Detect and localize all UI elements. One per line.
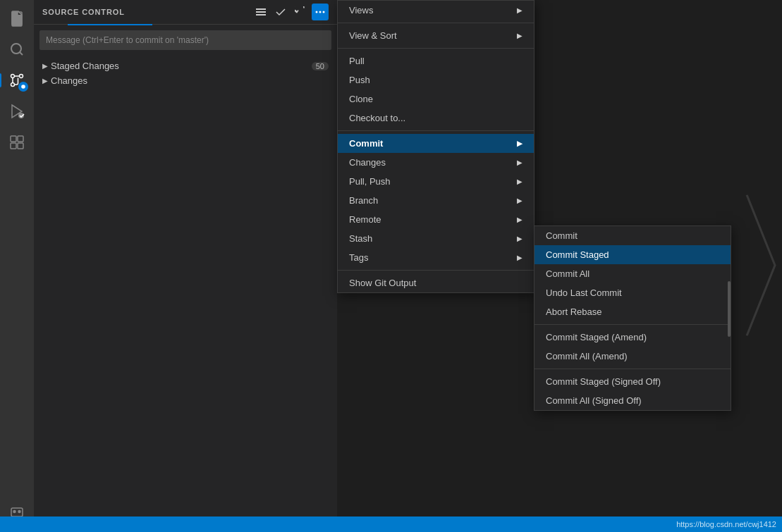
extensions-icon[interactable]: [4, 130, 30, 155]
svg-point-17: [319, 11, 322, 13]
submenu-item-commit-staged[interactable]: Commit Staged: [534, 245, 731, 264]
changes-chevron: ▶: [517, 159, 523, 166]
menu-item-pull[interactable]: Pull: [338, 51, 534, 70]
staged-changes-badge: 50: [312, 62, 329, 70]
menu-item-clone[interactable]: Clone: [338, 89, 534, 109]
more-actions-icon[interactable]: [312, 4, 329, 20]
staged-changes-label: Staged Changes: [51, 61, 119, 71]
submenu-scrollbar-thumb: [728, 281, 731, 336]
submenu-item-commit-all-signed[interactable]: Commit All (Signed Off): [534, 391, 731, 410]
commit-message-input[interactable]: [39, 30, 331, 50]
separator-3: [338, 130, 534, 131]
separator-2: [338, 48, 534, 49]
menu-item-checkout[interactable]: Checkout to...: [338, 109, 534, 128]
menu-item-pull-push[interactable]: Pull, Push ▶: [338, 172, 534, 191]
svg-point-14: [13, 511, 16, 513]
submenu-item-commit-all-amend[interactable]: Commit All (Amend): [534, 347, 731, 366]
menu-item-stash[interactable]: Stash ▶: [338, 229, 534, 248]
activity-bar: [0, 0, 34, 532]
panel-title: SOURCE CONTROL: [42, 8, 252, 16]
commit-chevron: ▶: [517, 140, 523, 147]
stash-chevron: ▶: [517, 235, 523, 242]
changes-item[interactable]: ▶ Changes: [34, 73, 337, 88]
view-sort-chevron: ▶: [517, 32, 523, 39]
explorer-icon[interactable]: [4, 6, 30, 31]
remote-chevron: ▶: [517, 216, 523, 223]
source-control-panel: SOURCE CONTROL: [34, 0, 337, 532]
svg-rect-11: [11, 143, 16, 149]
staged-chevron: ▶: [42, 62, 48, 70]
svg-rect-12: [18, 143, 23, 149]
changes-chevron: ▶: [42, 77, 48, 85]
menu-item-changes[interactable]: Changes ▶: [338, 153, 534, 172]
staged-changes-item[interactable]: ▶ Staged Changes 50: [34, 58, 337, 73]
svg-point-6: [21, 85, 25, 89]
submenu-item-commit-all[interactable]: Commit All: [534, 264, 731, 283]
submenu-item-abort-rebase[interactable]: Abort Rebase: [534, 302, 731, 321]
menu-item-push[interactable]: Push: [338, 70, 534, 89]
menu-item-show-git-output[interactable]: Show Git Output: [338, 273, 534, 292]
svg-rect-10: [18, 136, 23, 142]
separator-4: [338, 270, 534, 271]
svg-point-1: [11, 44, 21, 54]
svg-point-4: [11, 83, 15, 87]
separator-1: [338, 23, 534, 23]
menu-item-remote[interactable]: Remote ▶: [338, 210, 534, 229]
menu-item-branch[interactable]: Branch ▶: [338, 191, 534, 210]
svg-rect-13: [11, 508, 23, 516]
svg-rect-9: [11, 136, 16, 142]
main-context-menu: Views ▶ View & Sort ▶ Pull Push Clone Ch…: [337, 0, 534, 293]
submenu-separator-1: [534, 324, 731, 325]
source-control-icon[interactable]: [4, 68, 30, 93]
svg-point-16: [316, 11, 318, 13]
changes-label: Changes: [51, 75, 87, 86]
status-bar: https://blog.csdn.net/cwj1412: [0, 516, 782, 532]
source-control-badge: [18, 82, 28, 92]
submenu-item-commit[interactable]: Commit: [534, 226, 731, 245]
svg-point-2: [11, 75, 15, 78]
svg-point-3: [20, 75, 23, 78]
menu-item-views[interactable]: Views ▶: [338, 1, 534, 20]
submenu-scrollbar[interactable]: [726, 226, 731, 410]
submenu-item-commit-staged-signed[interactable]: Commit Staged (Signed Off): [534, 372, 731, 391]
panel-title-underline: [68, 24, 152, 25]
branch-chevron: ▶: [517, 197, 523, 204]
menu-item-tags[interactable]: Tags ▶: [338, 248, 534, 267]
status-url: https://blog.csdn.net/cwj1412: [676, 520, 776, 528]
commit-submenu: Commit Commit Staged Commit All Undo Las…: [534, 225, 731, 411]
views-chevron: ▶: [517, 6, 523, 14]
menu-item-view-sort[interactable]: View & Sort ▶: [338, 26, 534, 45]
svg-point-15: [18, 511, 20, 513]
search-icon[interactable]: [4, 37, 30, 62]
submenu-item-commit-staged-amend[interactable]: Commit Staged (Amend): [534, 328, 731, 347]
tree-section: ▶ Staged Changes 50 ▶ Changes: [34, 56, 337, 91]
submenu-item-undo-last-commit[interactable]: Undo Last Commit: [534, 283, 731, 302]
run-icon[interactable]: [4, 99, 30, 124]
header-icons: [252, 4, 329, 20]
menu-item-commit[interactable]: Commit ▶: [338, 134, 534, 153]
pull-push-chevron: ▶: [517, 178, 523, 185]
list-view-icon[interactable]: [252, 4, 269, 20]
tags-chevron: ▶: [517, 254, 523, 261]
panel-header: SOURCE CONTROL: [34, 0, 337, 25]
commit-check-icon[interactable]: [272, 4, 289, 20]
submenu-separator-2: [534, 369, 731, 369]
svg-point-18: [323, 11, 325, 13]
commit-input-container: [34, 25, 337, 56]
refresh-icon[interactable]: [292, 4, 309, 20]
